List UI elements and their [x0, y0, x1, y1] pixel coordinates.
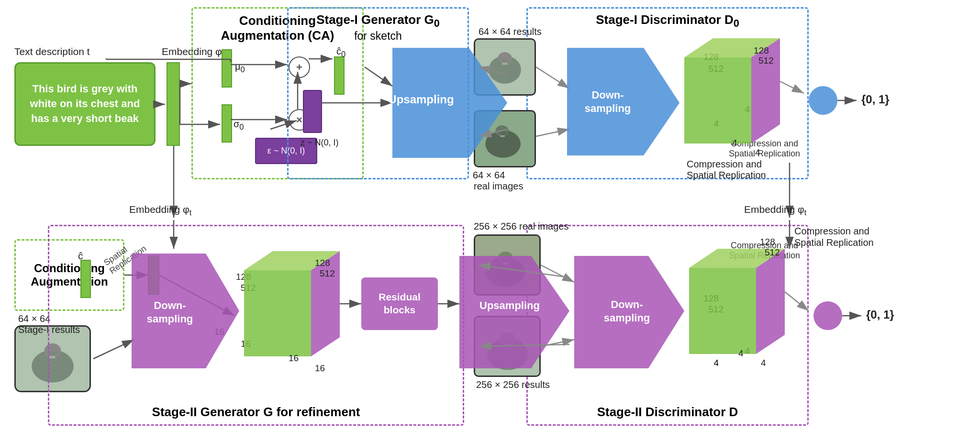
disc1-4a: 4	[745, 104, 750, 115]
disc2-4a: 4	[745, 346, 750, 356]
stage1-disc-box: Stage-I Discriminator D0 Compression and…	[526, 7, 809, 179]
disc1-128: 128	[703, 52, 719, 62]
gen2-128: 128	[236, 272, 251, 282]
compress2-label: Compression andSpatial Replication	[729, 241, 800, 260]
gen2-16b: 16	[241, 339, 251, 349]
mu-bar	[222, 49, 232, 88]
compress1-label: Compression andSpatial Replication	[729, 139, 800, 158]
svg-text:{0, 1}: {0, 1}	[861, 93, 890, 106]
mu-label: μ0	[235, 61, 245, 75]
stage2-disc-box: Stage-II Discriminator D Compression and…	[526, 225, 809, 426]
disc1-4b: 4	[713, 119, 719, 129]
results64-2b-label: real images	[474, 181, 523, 192]
stage1-disc-title: Stage-I Discriminator D0	[596, 12, 739, 27]
z-bar	[303, 90, 322, 133]
svg-point-14	[498, 252, 513, 265]
sigma-label: σ0	[234, 119, 244, 132]
text-description-box: This bird is grey with white on its ches…	[14, 62, 156, 146]
spatial-rep-label: SpatialReplication	[102, 235, 148, 276]
results64-2-label: 64 × 64	[473, 170, 505, 181]
stage2-disc-title: Stage-II Discriminator D	[597, 405, 738, 419]
gen2-16a: 16	[214, 327, 224, 337]
z-label: z ~ N(0, I)	[301, 138, 339, 148]
svg-rect-3	[502, 63, 508, 65]
stage1-results-label: 64 × 64	[18, 313, 50, 324]
stage2-gen-title: Stage-II Generator G for refinement	[152, 405, 360, 419]
chat2-bar	[80, 260, 91, 298]
disc1-512: 512	[708, 64, 724, 74]
stage1-gen-box: Stage-I Generator G0 for sketch z ~ N(0,…	[287, 7, 469, 179]
disc2-4b: 4	[713, 358, 719, 368]
real-image-2	[474, 234, 541, 296]
disc2-512: 512	[708, 304, 724, 315]
result-image-2	[474, 316, 541, 377]
chat2-label: ĉ	[78, 250, 83, 262]
sigma-bar	[222, 104, 232, 143]
gen2-512: 512	[241, 283, 256, 293]
svg-point-49	[809, 86, 837, 115]
text-description-text: This bird is grey with white on its ches…	[21, 82, 149, 126]
stage1-gen-sub: for sketch	[354, 30, 402, 42]
result-image-1	[474, 38, 536, 96]
results256-1-label: 256 × 256 real images	[474, 221, 568, 232]
stage1-gen-title: Stage-I Generator G0	[316, 12, 440, 27]
embedding-bar-1	[167, 62, 180, 146]
svg-point-84	[813, 301, 842, 330]
svg-text:{0, 1}: {0, 1}	[866, 308, 894, 321]
stage2-gen-box: Stage-II Generator G for refinement ĉ Sp…	[48, 225, 464, 426]
svg-rect-15	[502, 263, 508, 265]
svg-rect-19	[504, 344, 510, 346]
results256-2-label: 256 × 256 results	[476, 379, 550, 390]
diagram: This bird is grey with white on its ches…	[0, 0, 980, 442]
svg-point-18	[500, 332, 515, 346]
real-image-1	[474, 110, 536, 167]
svg-rect-7	[500, 135, 505, 137]
svg-text:Embedding φt: Embedding φt	[744, 204, 807, 217]
results64-1-label: 64 × 64 results	[479, 26, 542, 37]
svg-point-2	[498, 52, 512, 64]
text-desc-label: Text description t	[14, 46, 90, 57]
svg-text:Embedding φt: Embedding φt	[129, 204, 192, 217]
disc2-128: 128	[703, 293, 719, 304]
